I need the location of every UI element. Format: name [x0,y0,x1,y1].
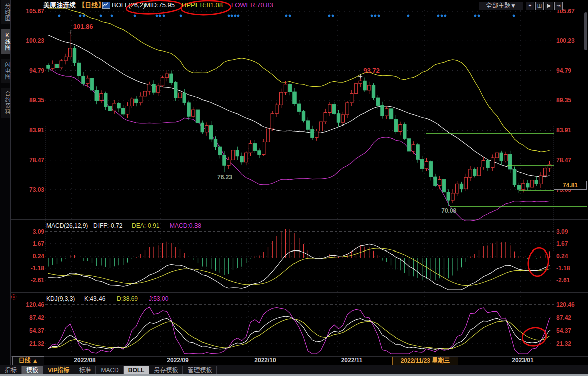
x-axis-date-highlight: 2022/11/23 星期三 [392,357,458,365]
y-axis-label-left: -1.18 [31,265,45,272]
last-price-marker: 74.81 [554,181,587,190]
bottom-tab-标准[interactable]: 标准 [74,366,96,374]
bottom-tab-BOLL[interactable]: BOLL [124,366,150,374]
x-axis-month-label: 2022/10 [233,357,298,364]
y-axis-label-left: 105.67 [26,8,44,15]
sidebar-item-0[interactable]: 分时图 [1,0,10,24]
y-axis-label-left: 21.32 [29,340,44,347]
x-axis-month-label: 2022/09 [145,357,211,364]
sidebar: 分时图K线图闪电图合约资料 [0,0,11,376]
trading-app-window: 105.67105.67100.23100.2394.7994.7989.358… [0,0,588,376]
y-axis-label-right: 78.47 [556,157,571,164]
y-axis-label-left: 73.03 [29,186,44,193]
y-axis-label-right: 3.09 [556,228,568,235]
main-chart-plot[interactable] [45,8,554,218]
y-axis-label-left: 0.24 [33,253,45,260]
y-axis-label-left: 89.35 [29,97,44,104]
x-axis-month-label: 2023/01 [490,357,555,364]
y-axis-label-right: 54.37 [556,327,571,334]
y-axis-label-right: 87.42 [556,314,571,321]
y-axis-label-left: 3.09 [33,228,45,235]
y-axis-label-left: 83.91 [29,127,44,134]
bottom-tab-管理模板[interactable]: 管理模板 [183,366,217,374]
bottom-tab-VIP指标[interactable]: VIP指标 [43,366,74,374]
macd-plot[interactable] [45,221,554,291]
y-axis-label-right: -2.61 [556,277,570,284]
bottom-tab-MACD[interactable]: MACD [96,366,123,374]
sidebar-item-1[interactable]: K线图 [1,29,10,54]
y-axis-label-right: 100.23 [556,37,575,44]
y-axis-label-left: -2.61 [31,277,45,284]
scrollbar-thumb[interactable] [584,12,587,50]
y-axis-label-left: 87.42 [29,314,44,321]
exit-icon[interactable]: ⇥ [554,2,563,10]
y-axis-label-left: 54.37 [29,327,44,334]
y-axis-label-right: 120.46 [556,301,575,308]
y-axis-label-left: 100.23 [26,37,44,44]
y-axis-label-left: 94.79 [29,67,44,74]
y-axis-label-right: 1.67 [556,240,568,247]
y-axis-label-right: 94.79 [556,67,571,74]
sidebar-item-3[interactable]: 合约资料 [1,88,10,118]
x-axis-month-label: 2022/08 [52,357,118,364]
bottom-tab-另存模板[interactable]: 另存模板 [149,366,183,374]
bottom-tab-模板[interactable]: 模板 [22,366,43,374]
period-selector[interactable]: 日线 ▲ [12,356,44,365]
y-axis-label-right: 0.24 [556,253,568,260]
y-axis-label-right: 83.91 [556,127,571,134]
sidebar-item-2[interactable]: 闪电图 [1,59,10,83]
faint-dash: – – – [470,367,489,372]
y-axis-label-left: 1.67 [33,240,45,247]
bottom-tab-bar: 指标模板VIP指标标准MACDBOLL另存模板管理模板 [0,365,588,374]
y-axis-label-right: 89.35 [556,97,571,104]
bottom-tab-指标[interactable]: 指标 [0,366,22,374]
kdj-plot[interactable] [45,294,554,355]
y-axis-label-right: -1.18 [556,265,570,272]
window-resize-strip [0,374,588,376]
alert-dot-icon [11,294,17,300]
x-axis-month-label: 2022/11 [319,357,384,364]
y-axis-label-right: 21.32 [556,340,571,347]
y-axis-label-left: 78.47 [29,157,44,164]
faint-dash: – – – [506,367,525,372]
faint-dash: – – – [436,367,455,372]
y-axis-label-left: 120.46 [26,301,44,308]
